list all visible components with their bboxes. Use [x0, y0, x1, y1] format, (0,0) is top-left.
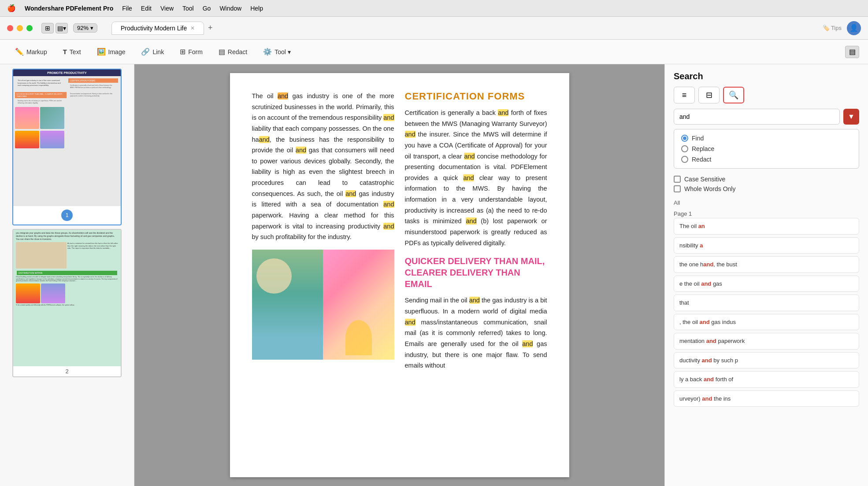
redact-radio[interactable]	[681, 156, 688, 163]
result-item[interactable]: urveyor) and the ins	[674, 390, 859, 407]
close-button[interactable]	[7, 25, 13, 31]
menu-file[interactable]: File	[122, 5, 132, 12]
redact-button[interactable]: ▤ Redact	[212, 45, 253, 59]
result-highlight-10: and	[702, 395, 712, 402]
find-radio[interactable]	[681, 135, 688, 142]
highlight-and-c3: and	[464, 153, 475, 160]
zoom-control[interactable]: 92% ▾	[73, 23, 97, 33]
result-text-10a: urveyor)	[679, 395, 702, 402]
whole-words-label: Whole Words Only	[684, 185, 735, 192]
result-item[interactable]: , the oil and gas indus	[674, 314, 859, 331]
tool-button[interactable]: ⚙️ Tool ▾	[257, 45, 297, 59]
page-badge: 1	[61, 210, 73, 221]
search-tab-search[interactable]: 🔍	[723, 87, 744, 103]
thumb-delivery-text: Sending mail in the oil industry is supe…	[15, 99, 67, 105]
search-input[interactable]	[674, 109, 840, 125]
grid-view-icon[interactable]: ⊞	[41, 23, 54, 33]
minimize-button[interactable]	[17, 25, 23, 31]
image-row	[252, 250, 394, 360]
panel-toggle-button[interactable]: ▤	[845, 46, 859, 58]
maximize-button[interactable]	[26, 25, 33, 31]
delivery-paragraph: Sending mail in the oil and the gas indu…	[405, 295, 547, 371]
filter-button[interactable]: ▼	[843, 109, 859, 125]
menu-view[interactable]: View	[160, 5, 174, 12]
link-icon: 🔗	[141, 48, 150, 56]
form-label: Form	[188, 48, 203, 55]
page-2-label: 2	[13, 366, 121, 376]
replace-radio-row[interactable]: Replace	[681, 145, 852, 152]
result-text-2: nsibility	[679, 242, 700, 249]
menu-tool[interactable]: Tool	[182, 5, 194, 12]
panel-view-icon[interactable]: ▤▾	[56, 23, 68, 33]
panel-icon: ⊟	[706, 90, 712, 100]
redact-radio-row[interactable]: Redact	[681, 156, 852, 163]
thumb-header-1: PROMOTE PRODUCTIVITY	[13, 70, 121, 76]
result-item[interactable]: The oil an	[674, 218, 859, 235]
pdf-two-column: The oil and gas industry is one of the m…	[252, 91, 547, 378]
highlight-and-2: and	[383, 114, 394, 121]
result-item[interactable]: e the oil and gas	[674, 276, 859, 292]
redact-label: Redact	[228, 48, 247, 55]
thumb-cert-text: Certification is generally a back and fo…	[67, 84, 119, 89]
case-sensitive-checkbox[interactable]	[674, 176, 681, 183]
search-tab-panel[interactable]: ⊟	[698, 87, 720, 103]
checkbox-section: Case Sensitive Whole Words Only	[665, 172, 868, 196]
find-radio-row[interactable]: Find	[681, 135, 852, 142]
search-input-row: ▼	[665, 109, 868, 125]
result-item[interactable]: that	[674, 295, 859, 311]
image-button[interactable]: 🖼️ Image	[91, 45, 132, 59]
link-label: Link	[152, 48, 164, 55]
tips-button[interactable]: 🏷️ Tips	[823, 25, 842, 31]
search-tabs: ≡ ⊟ 🔍	[674, 87, 859, 103]
whole-words-checkbox[interactable]	[674, 185, 681, 192]
text-button[interactable]: T Text	[57, 45, 87, 58]
thumb-cert: CERTIFICATION FORMS	[68, 78, 118, 83]
result-text-8b: by such p	[712, 357, 738, 364]
menu-help[interactable]: Help	[250, 5, 263, 12]
apple-logo-icon[interactable]: 🍎	[7, 4, 16, 12]
thumb-image-1: PROMOTE PRODUCTIVITY The oil and gas ind…	[13, 70, 121, 206]
search-tab-list[interactable]: ≡	[674, 87, 695, 103]
form-button[interactable]: ⊞ Form	[174, 45, 209, 59]
result-highlight-4: and	[701, 280, 711, 287]
form-icon: ⊞	[180, 48, 185, 56]
traffic-lights	[7, 25, 33, 31]
tab-title: Productivity Modern Life	[121, 25, 187, 32]
results-section: All Page 1 The oil an nsibility a the on…	[665, 196, 868, 486]
replace-radio[interactable]	[681, 145, 688, 152]
toolbar: ✏️ Markup T Text 🖼️ Image 🔗 Link ⊞ Form …	[0, 40, 868, 64]
markup-button[interactable]: ✏️ Markup	[9, 45, 53, 59]
menu-edit[interactable]: Edit	[141, 5, 152, 12]
result-highlight-9: and	[704, 376, 714, 383]
content-area: The oil and gas industry is one of the m…	[134, 64, 664, 486]
result-item[interactable]: mentation and paperwork	[674, 333, 859, 350]
menu-items: File Edit View Tool Go Window Help	[122, 5, 263, 12]
document-tab[interactable]: Productivity Modern Life ✕	[111, 22, 204, 35]
result-item[interactable]: nsibility a	[674, 237, 859, 254]
result-text-9a: ly a back	[679, 376, 704, 383]
zoom-chevron-icon: ▾	[90, 25, 93, 31]
link-button[interactable]: 🔗 Link	[135, 45, 170, 59]
menu-window[interactable]: Window	[219, 5, 241, 12]
cert-paragraph: Certification is generally a back and fo…	[405, 107, 547, 248]
highlight-and-c4: and	[463, 174, 474, 181]
markup-icon: ✏️	[15, 48, 24, 56]
markup-label: Markup	[26, 48, 47, 55]
text-label: Text	[70, 48, 81, 55]
avatar[interactable]: 👤	[847, 21, 861, 35]
case-sensitive-row[interactable]: Case Sensitive	[674, 176, 859, 183]
result-highlight-7: and	[706, 338, 716, 344]
result-item[interactable]: ductivity and by such p	[674, 352, 859, 369]
image-label: Image	[108, 48, 126, 55]
whole-words-row[interactable]: Whole Words Only	[674, 185, 859, 192]
menu-go[interactable]: Go	[203, 5, 211, 12]
image-icon: 🖼️	[97, 48, 106, 56]
add-tab-button[interactable]: +	[204, 22, 216, 34]
result-item[interactable]: the one hand, the bust	[674, 256, 859, 273]
pdf-page: The oil and gas industry is one of the m…	[230, 73, 569, 477]
thumbnail-page-1[interactable]: PROMOTE PRODUCTIVITY The oil and gas ind…	[12, 69, 122, 225]
tab-close-icon[interactable]: ✕	[190, 25, 195, 31]
title-bar: ⊞ ▤▾ 92% ▾ Productivity Modern Life ✕ + …	[0, 17, 868, 40]
result-item[interactable]: ly a back and forth of	[674, 371, 859, 388]
thumbnail-page-2[interactable]: you integrate your graphs and data into …	[12, 229, 122, 377]
